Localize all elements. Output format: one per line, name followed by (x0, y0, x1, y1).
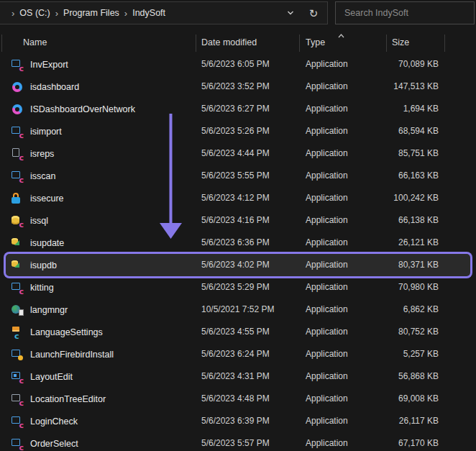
breadcrumb-item-program-files[interactable]: Program Files (63, 8, 119, 18)
application-icon (12, 327, 24, 338)
file-row[interactable]: LocationTreeEditor 5/6/2023 4:48 PM Appl… (6, 388, 470, 410)
file-row[interactable]: kitting 5/6/2023 5:29 PM Application 70,… (6, 276, 470, 299)
file-name: LanguageSettings (30, 327, 103, 337)
application-icon (12, 104, 24, 115)
file-name-cell: isreps (12, 142, 54, 165)
file-date-modified: 5/6/2023 4:31 PM (201, 365, 270, 388)
file-date-modified: 5/6/2023 4:44 PM (201, 142, 270, 165)
application-icon (12, 126, 24, 137)
application-icon (12, 193, 24, 204)
application-icon (12, 148, 24, 160)
file-name-cell: issql (12, 209, 48, 232)
file-row[interactable]: OrderSelect 5/6/2023 5:57 PM Application… (6, 432, 470, 451)
address-bar[interactable]: › OS (C:) › Program Files › IndySoft ↻ (0, 1, 328, 24)
column-resize-handle[interactable] (444, 35, 445, 52)
file-size: 56,868 KB (398, 365, 439, 388)
file-date-modified: 5/6/2023 6:39 PM (201, 410, 270, 432)
chevron-right-icon: › (50, 8, 63, 19)
file-row[interactable]: InvExport 5/6/2023 6:05 PM Application 7… (6, 53, 470, 76)
file-type: Application (306, 321, 348, 343)
search-input[interactable] (336, 8, 474, 18)
application-icon (12, 304, 24, 316)
file-name: ISDashboardOverNetwork (30, 104, 135, 114)
search-box[interactable] (335, 1, 475, 24)
file-row[interactable]: LoginCheck 5/6/2023 6:39 PM Application … (6, 410, 470, 432)
column-resize-handle[interactable] (196, 35, 196, 52)
file-name-cell: OrderSelect (12, 432, 78, 451)
column-header-name[interactable]: Name (23, 37, 47, 47)
file-date-modified: 10/5/2021 7:52 PM (201, 299, 274, 321)
file-size: 67,170 KB (398, 432, 439, 451)
file-row[interactable]: issql 5/6/2023 4:16 PM Application 66,13… (6, 209, 470, 232)
file-name-cell: issecure (12, 187, 64, 209)
address-dropdown-button[interactable] (281, 4, 300, 22)
refresh-button[interactable]: ↻ (304, 4, 323, 22)
file-name-cell: isscan (12, 165, 55, 187)
file-row[interactable]: isscan 5/6/2023 5:55 PM Application 66,1… (6, 165, 470, 187)
file-row[interactable]: isupdate 5/6/2023 6:36 PM Application 26… (6, 232, 470, 254)
file-type: Application (306, 98, 348, 120)
file-date-modified: 5/6/2023 6:24 PM (201, 343, 270, 365)
column-header-type[interactable]: Type (306, 37, 325, 47)
file-size: 80,752 KB (398, 321, 439, 343)
file-type: Application (306, 53, 348, 76)
application-icon (12, 416, 24, 427)
file-name-cell: LaunchFirebirdInstall (12, 343, 114, 365)
file-date-modified: 5/6/2023 6:36 PM (201, 232, 270, 254)
column-header-row: Name Date modified Type Size (0, 33, 476, 53)
file-name: isreps (30, 149, 54, 159)
file-name: isupdate (30, 238, 64, 248)
file-date-modified: 5/6/2023 3:52 PM (201, 76, 270, 98)
file-name: OrderSelect (30, 439, 78, 449)
breadcrumb-item-indysoft[interactable]: IndySoft (132, 8, 165, 18)
file-row[interactable]: LanguageSettings 5/6/2023 4:55 PM Applic… (6, 321, 470, 343)
file-name-cell: LoginCheck (12, 410, 78, 432)
application-icon (12, 170, 24, 182)
file-type: Application (306, 254, 348, 276)
file-size: 26,121 KB (398, 232, 439, 254)
breadcrumb-root-chevron-icon[interactable]: › (6, 8, 19, 19)
file-size: 70,089 KB (398, 53, 439, 76)
file-size: 85,751 KB (398, 142, 439, 165)
column-resize-handle[interactable] (386, 35, 387, 52)
file-name-cell: LocationTreeEditor (12, 388, 106, 410)
file-type: Application (306, 187, 348, 209)
breadcrumb-item-drive[interactable]: OS (C:) (19, 8, 50, 18)
file-row[interactable]: LayoutEdit 5/6/2023 4:31 PM Application … (6, 365, 470, 388)
file-type: Application (306, 343, 348, 365)
file-type: Application (306, 142, 348, 165)
file-name: LaunchFirebirdInstall (30, 350, 114, 360)
file-row-highlighted[interactable]: isupdb 5/6/2023 4:02 PM Application 80,3… (6, 254, 470, 276)
file-name: InvExport (30, 60, 68, 70)
file-name: LayoutEdit (30, 372, 73, 382)
file-name: issecure (30, 193, 64, 204)
file-size: 100,242 KB (393, 187, 439, 209)
file-row[interactable]: isdashboard 5/6/2023 3:52 PM Application… (6, 76, 470, 98)
file-name-cell: langmngr (12, 299, 68, 321)
application-icon (12, 215, 24, 227)
file-size: 80,371 KB (398, 254, 439, 276)
file-row[interactable]: issecure 5/6/2023 4:12 PM Application 10… (6, 187, 470, 209)
column-header-date-modified[interactable]: Date modified (201, 37, 257, 47)
column-header-size[interactable]: Size (392, 37, 409, 47)
application-icon (12, 393, 24, 405)
column-resize-handle[interactable] (1, 35, 2, 52)
file-list: InvExport 5/6/2023 6:05 PM Application 7… (6, 53, 470, 451)
application-icon (12, 371, 24, 383)
file-name: langmngr (30, 305, 68, 315)
file-row[interactable]: isimport 5/6/2023 5:26 PM Application 68… (6, 120, 470, 142)
file-type: Application (306, 76, 348, 98)
file-date-modified: 5/6/2023 4:02 PM (201, 254, 270, 276)
column-resize-handle[interactable] (299, 35, 300, 52)
file-size: 5,257 KB (403, 343, 439, 365)
sort-ascending-icon (337, 31, 345, 41)
file-name-cell: isimport (12, 120, 62, 142)
file-row[interactable]: langmngr 10/5/2021 7:52 PM Application 6… (6, 299, 470, 321)
file-name-cell: isupdate (12, 232, 64, 254)
file-row[interactable]: isreps 5/6/2023 4:44 PM Application 85,7… (6, 142, 470, 165)
file-row[interactable]: LaunchFirebirdInstall 5/6/2023 6:24 PM A… (6, 343, 470, 365)
file-name: LocationTreeEditor (30, 394, 106, 404)
file-type: Application (306, 299, 348, 321)
file-row[interactable]: ISDashboardOverNetwork 5/6/2023 6:27 PM … (6, 98, 470, 120)
file-size: 6,862 KB (403, 299, 439, 321)
